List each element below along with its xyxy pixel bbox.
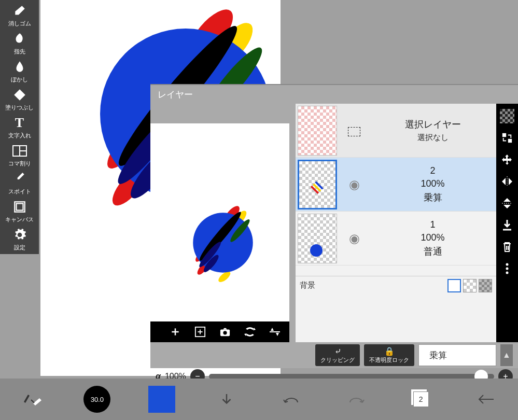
tool-frame-label: コマ割り <box>8 160 31 167</box>
svg-point-45 <box>506 268 509 270</box>
droplet-icon <box>11 59 28 75</box>
flip-v-button[interactable] <box>268 325 282 339</box>
layers-list: 選択レイヤー 選択なし ◉ 2 100% 乗算 ◉ <box>296 104 496 342</box>
tool-canvas-label: キャンバス <box>5 216 34 223</box>
blend-dropdown-icon[interactable]: ▲ <box>500 344 513 366</box>
selection-layer-title: 選択レイヤー <box>405 118 461 131</box>
brush-size-button[interactable]: 30.0 <box>81 384 113 415</box>
camera-button[interactable] <box>218 325 232 339</box>
redo-button[interactable] <box>341 384 372 415</box>
mirror-h-icon[interactable] <box>500 174 514 189</box>
tool-eyedropper[interactable]: スポイト <box>0 169 39 197</box>
tool-eraser[interactable]: 消しゴム <box>0 1 39 29</box>
brush-size-value: 30.0 <box>91 396 104 403</box>
bottom-bar: 30.0 2 <box>0 379 518 420</box>
eraser-icon <box>11 3 28 19</box>
move-icon[interactable] <box>500 152 514 167</box>
lock-icon: 🔒 <box>384 346 395 356</box>
tool-settings[interactable]: 設定 <box>0 225 39 253</box>
selection-layer-row[interactable]: 選択レイヤー 選択なし <box>296 104 496 158</box>
svg-rect-15 <box>16 204 23 211</box>
frame-icon <box>11 143 28 159</box>
layer-1-opacity: 100% <box>421 232 444 243</box>
tool-smudge[interactable]: 指先 <box>0 29 39 57</box>
layer-1-blend: 普通 <box>424 245 442 258</box>
more-icon[interactable] <box>500 261 514 276</box>
tool-smudge-label: 指先 <box>14 48 25 55</box>
smudge-icon <box>11 31 28 47</box>
gear-icon <box>11 227 28 243</box>
tool-frame[interactable]: コマ割り <box>0 141 39 169</box>
color-button[interactable] <box>146 384 177 415</box>
tool-eraser-label: 消しゴム <box>8 20 31 27</box>
mirror-v-icon[interactable] <box>500 196 514 211</box>
preview-artwork <box>150 123 289 321</box>
layer-side-toolbar <box>496 104 518 342</box>
layer-count: 2 <box>419 395 423 403</box>
layer-preview-toolbar <box>150 321 289 342</box>
tool-eyedropper-label: スポイト <box>8 188 31 195</box>
selection-layer-status: 選択なし <box>417 133 449 143</box>
layer-2-thumb <box>298 160 337 209</box>
clipping-icon: ⤶ <box>334 346 341 356</box>
tool-text[interactable]: T 文字入れ <box>0 113 39 141</box>
transparency-icon[interactable] <box>500 109 514 123</box>
brush-eraser-toggle[interactable] <box>17 384 48 415</box>
bg-transparent-swatch[interactable] <box>463 279 477 292</box>
clipping-button[interactable]: ⤶ クリッピング <box>315 344 360 366</box>
back-button[interactable] <box>470 384 501 415</box>
tool-blur-label: ぼかし <box>11 76 28 83</box>
flip-h-button[interactable] <box>243 325 257 339</box>
current-color-swatch <box>148 386 175 413</box>
bg-white-swatch[interactable] <box>447 279 461 292</box>
clipping-label: クリッピング <box>320 356 355 364</box>
delete-icon[interactable] <box>500 240 514 254</box>
background-row: 背景 <box>296 276 496 295</box>
svg-point-33 <box>223 331 227 334</box>
layer-row-2[interactable]: ◉ 2 100% 乗算 <box>296 158 496 212</box>
eyedropper-icon <box>11 171 28 187</box>
transform-icon[interactable] <box>500 131 514 145</box>
tool-text-label: 文字入れ <box>8 132 31 139</box>
visibility-icon[interactable]: ◉ <box>349 231 360 246</box>
add-special-layer-button[interactable] <box>193 325 207 339</box>
layer-2-blend: 乗算 <box>424 191 442 204</box>
tool-canvas[interactable]: キャンバス <box>0 197 39 225</box>
tool-blur[interactable]: ぼかし <box>0 57 39 85</box>
layer-preview[interactable] <box>150 123 289 321</box>
layer-2-opacity: 100% <box>421 178 444 189</box>
layer-panel: レイヤー <box>150 84 518 368</box>
svg-point-38 <box>310 244 323 257</box>
selection-marquee-icon <box>348 127 360 136</box>
canvas-icon <box>11 199 28 215</box>
layer-1-name: 1 <box>430 219 435 230</box>
opacity-lock-label: 不透明度ロック <box>369 356 409 364</box>
layer-preview-column <box>150 104 289 342</box>
blend-mode-value: 乗算 <box>429 349 447 361</box>
background-label: 背景 <box>300 281 315 290</box>
layer-panel-title: レイヤー <box>150 84 518 104</box>
tool-settings-label: 設定 <box>14 244 25 251</box>
selection-layer-thumb <box>298 106 337 156</box>
download-button[interactable] <box>211 384 242 415</box>
undo-button[interactable] <box>276 384 307 415</box>
bg-dark-swatch[interactable] <box>479 279 492 292</box>
svg-rect-40 <box>508 139 512 143</box>
visibility-icon[interactable]: ◉ <box>349 177 360 192</box>
layer-1-thumb <box>298 214 337 263</box>
left-toolbar: 消しゴム 指先 ぼかし 塗りつぶし T 文字入れ コマ割り スポイト キャンバス… <box>0 0 39 254</box>
tool-fill[interactable]: 塗りつぶし <box>0 85 39 113</box>
blend-mode-select[interactable]: 乗算 <box>418 344 496 366</box>
text-icon: T <box>11 115 28 131</box>
tool-fill-label: 塗りつぶし <box>5 104 34 111</box>
opacity-lock-button[interactable]: 🔒 不透明度ロック <box>364 344 414 366</box>
layers-button[interactable]: 2 <box>405 384 437 415</box>
bucket-icon <box>11 87 28 103</box>
layer-row-1[interactable]: ◉ 1 100% 普通 <box>296 212 496 265</box>
add-layer-button[interactable] <box>168 325 183 339</box>
svg-rect-39 <box>502 133 506 137</box>
svg-point-46 <box>506 272 509 274</box>
layer-2-name: 2 <box>430 165 435 176</box>
merge-down-icon[interactable] <box>500 218 514 232</box>
svg-point-44 <box>506 263 509 266</box>
